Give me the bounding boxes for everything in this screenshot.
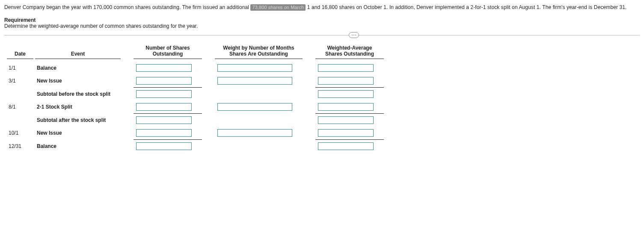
col-header-date: Date (7, 45, 34, 59)
problem-text-a: Denver Company began the year with 170,0… (4, 4, 250, 10)
requirement-block: Requirement Determine the weighted-avera… (4, 17, 640, 29)
problem-text-b-overlay: 73,800 shares on March (252, 5, 304, 10)
cell-was (315, 74, 384, 88)
col-header-event: Event (34, 45, 121, 59)
col-header-num-l1: Number of Shares (145, 45, 190, 51)
cell-was (315, 62, 384, 74)
input-was[interactable] (318, 142, 374, 150)
cell-date (7, 88, 34, 101)
input-weight[interactable] (217, 64, 292, 72)
cell-event: Subtotal before the stock split (34, 88, 121, 101)
cell-date: 3/1 (7, 74, 34, 88)
cell-num-shares (134, 127, 202, 140)
cell-date: 1/1 (7, 62, 34, 74)
input-weight[interactable] (217, 103, 292, 111)
input-was[interactable] (318, 129, 374, 137)
cell-event: New Issue (34, 127, 121, 140)
header-spacer (121, 45, 134, 59)
cell-was (315, 114, 384, 127)
input-num-shares[interactable] (136, 77, 192, 85)
header-spacer (202, 45, 215, 59)
requirement-text: Determine the weighted-average number of… (4, 23, 640, 29)
input-was[interactable] (318, 77, 374, 85)
cell-event: New Issue (34, 74, 121, 88)
cell-was (315, 127, 384, 140)
cell-num-shares (134, 74, 202, 88)
table-header-row: Date Event Number of Shares Outstanding … (7, 45, 384, 59)
table-row: 3/1New Issue (7, 74, 384, 88)
cell-event: Balance (34, 140, 121, 153)
table-row: 8/12-1 Stock Split (7, 100, 384, 114)
cell-weight (215, 127, 303, 140)
cell-num-shares (134, 88, 202, 101)
header-spacer (303, 45, 315, 59)
col-header-was-l1: Weighted-Average (327, 45, 372, 51)
input-was[interactable] (318, 90, 374, 98)
cell-was (315, 140, 384, 153)
section-divider (4, 35, 640, 35)
problem-statement: Denver Company began the year with 170,0… (4, 3, 640, 11)
input-was[interactable] (318, 116, 374, 124)
ellipsis-icon[interactable] (349, 32, 359, 38)
col-header-num-shares: Number of Shares Outstanding (134, 45, 202, 59)
input-num-shares[interactable] (136, 103, 192, 111)
cell-weight (215, 140, 303, 153)
input-was[interactable] (318, 103, 374, 111)
problem-text-c: 1 and 16,800 shares on October 1. In add… (306, 4, 626, 10)
divider-line (4, 35, 640, 35)
table-row: 1/1Balance (7, 62, 384, 74)
cell-was (315, 100, 384, 114)
input-weight[interactable] (217, 129, 292, 137)
cell-num-shares (134, 100, 202, 114)
input-num-shares[interactable] (136, 116, 192, 124)
cell-num-shares (134, 114, 202, 127)
input-weight[interactable] (217, 77, 292, 85)
previous-question-overlay: 73,800 shares on March (250, 4, 306, 11)
col-header-num-l2: Outstanding (153, 51, 183, 57)
table-row: 10/1New Issue (7, 127, 384, 140)
cell-weight (215, 74, 303, 88)
cell-date (7, 114, 34, 127)
input-num-shares[interactable] (136, 90, 192, 98)
input-num-shares[interactable] (136, 142, 192, 150)
input-num-shares[interactable] (136, 129, 192, 137)
input-num-shares[interactable] (136, 64, 192, 72)
col-header-weight: Weight by Number of Months Shares Are Ou… (215, 45, 303, 59)
input-was[interactable] (318, 64, 374, 72)
cell-date: 10/1 (7, 127, 34, 140)
cell-num-shares (134, 140, 202, 153)
cell-weight (215, 114, 303, 127)
col-header-weight-l1: Weight by Number of Months (223, 45, 294, 51)
cell-weight (215, 62, 303, 74)
cell-event: 2-1 Stock Split (34, 100, 121, 114)
cell-was (315, 88, 384, 101)
cell-num-shares (134, 62, 202, 74)
cell-date: 12/31 (7, 140, 34, 153)
table-row: Subtotal after the stock split (7, 114, 384, 127)
requirement-label: Requirement (4, 17, 640, 23)
table-row: 12/31Balance (7, 140, 384, 153)
cell-weight (215, 88, 303, 101)
shares-worksheet-table: Date Event Number of Shares Outstanding … (7, 45, 384, 153)
col-header-was: Weighted-Average Shares Outstanding (315, 45, 384, 59)
cell-weight (215, 100, 303, 114)
cell-event: Balance (34, 62, 121, 74)
col-header-weight-l2: Shares Are Outstanding (229, 51, 288, 57)
cell-date: 8/1 (7, 100, 34, 114)
table-row: Subtotal before the stock split (7, 88, 384, 101)
cell-event: Subtotal after the stock split (34, 114, 121, 127)
col-header-was-l2: Shares Outstanding (325, 51, 374, 57)
